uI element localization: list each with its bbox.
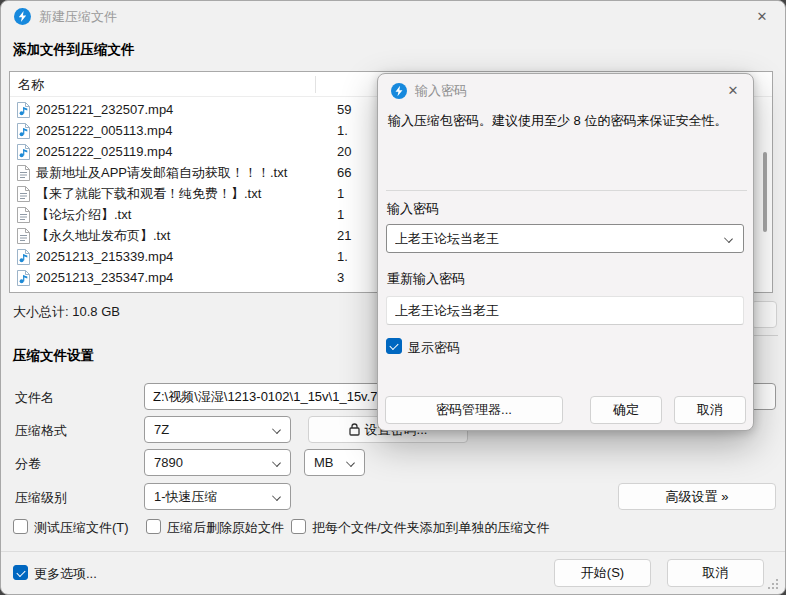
confirm-password-label: 重新输入密码 xyxy=(387,270,465,288)
format-label: 压缩格式 xyxy=(15,422,67,440)
file-size: 21 xyxy=(337,225,351,246)
more-options-checkbox[interactable] xyxy=(13,565,28,580)
new-archive-window: 新建压缩文件 ✕ 添加文件到压缩文件 名称 20251221_232507.mp… xyxy=(0,0,786,595)
column-divider[interactable] xyxy=(315,76,316,93)
mp4-file-icon xyxy=(17,249,30,265)
resize-grip[interactable] xyxy=(768,579,779,590)
mp4-file-icon xyxy=(17,144,30,160)
txt-file-icon xyxy=(17,207,30,223)
password-hint-text: 输入压缩包密码。建议使用至少 8 位的密码来保证安全性。 xyxy=(388,112,744,130)
window-title: 新建压缩文件 xyxy=(39,1,117,33)
txt-file-icon xyxy=(17,165,30,181)
dialog-cancel-button[interactable]: 取消 xyxy=(674,396,746,424)
file-name: 20251222_025119.mp4 xyxy=(36,141,172,162)
password-manager-button[interactable]: 密码管理器... xyxy=(385,396,563,424)
size-total-text: 大小总计: 10.8 GB xyxy=(13,303,120,321)
separate-archives-label: 把每个文件/文件夹添加到单独的压缩文件 xyxy=(312,519,550,537)
txt-file-icon xyxy=(17,228,30,244)
file-size: 1 xyxy=(337,204,344,225)
volume-value: 7890 xyxy=(154,455,183,470)
delete-after-label: 压缩后删除原始文件 xyxy=(167,519,284,537)
format-value: 7Z xyxy=(154,422,169,437)
more-options-label: 更多选项... xyxy=(34,565,97,583)
txt-file-icon xyxy=(17,186,30,202)
file-name: 20251213_235347.mp4 xyxy=(36,267,173,288)
file-name: 20251222_005113.mp4 xyxy=(36,120,172,141)
file-size: 66 xyxy=(337,162,351,183)
show-password-label: 显示密码 xyxy=(408,339,460,357)
file-name: 20251213_215339.mp4 xyxy=(36,246,173,267)
level-select[interactable]: 1-快速压缩 xyxy=(144,483,291,510)
password-input[interactable] xyxy=(386,224,744,253)
ok-button[interactable]: 确定 xyxy=(590,396,662,424)
column-header-name[interactable]: 名称 xyxy=(18,72,44,97)
chevron-down-icon xyxy=(346,458,355,467)
dialog-divider xyxy=(386,190,747,191)
file-size: 1. xyxy=(337,246,348,267)
main-titlebar: 新建压缩文件 ✕ xyxy=(1,1,785,33)
password-label: 输入密码 xyxy=(387,200,439,218)
enter-password-dialog: 输入密码 ✕ 输入压缩包密码。建议使用至少 8 位的密码来保证安全性。 输入密码… xyxy=(377,73,754,431)
file-size: 3 xyxy=(337,267,344,288)
list-scrollbar[interactable] xyxy=(763,152,767,232)
separate-archives-checkbox[interactable] xyxy=(291,519,306,534)
file-name: 【论坛介绍】.txt xyxy=(36,204,131,225)
partially-hidden-control[interactable] xyxy=(751,301,777,328)
lock-icon xyxy=(349,423,360,436)
show-password-checkbox[interactable] xyxy=(386,338,402,354)
file-name: 20251221_232507.mp4 xyxy=(36,99,173,120)
chevron-down-icon xyxy=(272,458,281,467)
main-cancel-button[interactable]: 取消 xyxy=(667,559,764,587)
delete-after-checkbox[interactable] xyxy=(146,519,161,534)
file-name: 【永久地址发布页】.txt xyxy=(36,225,170,246)
footer-divider xyxy=(1,551,786,552)
level-value: 1-快速压缩 xyxy=(154,489,218,504)
mp4-file-icon xyxy=(17,270,30,286)
level-label: 压缩级别 xyxy=(15,489,67,507)
file-size: 20 xyxy=(337,141,351,162)
test-archive-label: 测试压缩文件(T) xyxy=(34,519,129,537)
advanced-settings-button[interactable]: 高级设置 » xyxy=(618,483,776,510)
file-size: 59 xyxy=(337,99,351,120)
archive-settings-header: 压缩文件设置 xyxy=(13,347,94,365)
filename-label: 文件名 xyxy=(15,389,54,407)
mp4-file-icon xyxy=(17,123,30,139)
app-bolt-icon xyxy=(14,8,31,25)
close-icon[interactable]: ✕ xyxy=(723,82,743,100)
volume-unit-select[interactable]: MB xyxy=(304,449,365,476)
test-archive-checkbox[interactable] xyxy=(13,519,28,534)
dialog-title: 输入密码 xyxy=(415,74,467,108)
confirm-password-input[interactable] xyxy=(386,296,744,325)
volume-unit-value: MB xyxy=(314,455,334,470)
format-select[interactable]: 7Z xyxy=(144,416,291,443)
volume-select[interactable]: 7890 xyxy=(144,449,291,476)
file-size: 1 xyxy=(337,183,344,204)
file-name: 【来了就能下载和观看！纯免费！】.txt xyxy=(36,183,261,204)
close-icon[interactable]: ✕ xyxy=(751,7,773,27)
mp4-file-icon xyxy=(17,102,30,118)
file-size: 1. xyxy=(337,120,348,141)
start-button[interactable]: 开始(S) xyxy=(554,559,651,587)
chevron-down-icon xyxy=(272,425,281,434)
app-bolt-icon xyxy=(391,83,407,99)
chevron-down-icon xyxy=(272,492,281,501)
partial-divider xyxy=(753,335,778,336)
volume-label: 分卷 xyxy=(15,455,41,473)
file-name: 最新地址及APP请发邮箱自动获取！！！.txt xyxy=(36,162,287,183)
add-files-section-header: 添加文件到压缩文件 xyxy=(13,41,135,59)
